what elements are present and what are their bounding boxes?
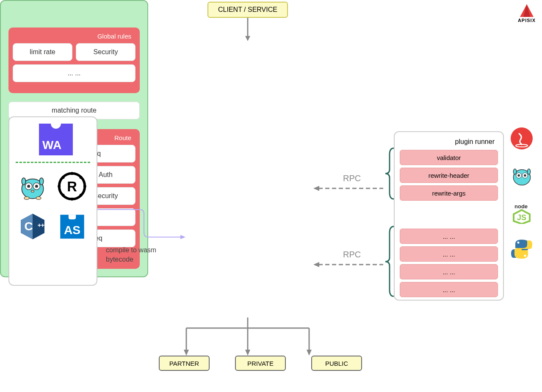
upstream-private: PRIVATE — [235, 356, 286, 371]
svg-text:node: node — [514, 203, 528, 210]
rpc-arrow-top — [313, 184, 387, 193]
svg-point-38 — [513, 169, 516, 174]
svg-point-5 — [22, 178, 25, 185]
global-rules-section: Global rules limit rate Security ... ... — [8, 28, 140, 93]
java-icon — [510, 127, 534, 150]
svg-marker-54 — [184, 350, 189, 356]
rust-icon: R — [57, 171, 87, 201]
go-runtime-icon — [510, 164, 534, 187]
svg-point-9 — [27, 185, 30, 188]
arrow-client-to-apisix — [243, 18, 252, 41]
svg-text:C: C — [25, 220, 33, 233]
apisix-logo: APISIX — [518, 4, 536, 23]
nodejs-icon: node JS — [510, 201, 534, 224]
dashed-divider — [16, 162, 90, 163]
runner-rewrite-args: rewrite-args — [400, 185, 498, 201]
runner-more-3: ... ... — [400, 264, 498, 279]
svg-marker-34 — [313, 262, 319, 267]
go-icon — [18, 171, 47, 201]
runner-validator: validator — [400, 150, 498, 165]
svg-point-15 — [71, 172, 74, 175]
svg-marker-1 — [245, 36, 250, 41]
svg-point-10 — [35, 185, 38, 188]
svg-marker-32 — [313, 186, 319, 191]
svg-point-22 — [62, 176, 65, 179]
upstream-partner: PARTNER — [159, 356, 210, 371]
client-service-label: CLIENT / SERVICE — [218, 6, 277, 14]
svg-point-11 — [31, 190, 34, 192]
svg-point-47 — [517, 242, 520, 244]
svg-point-19 — [71, 198, 74, 201]
rpc-label-bottom: RPC — [343, 250, 361, 259]
arrows-to-upstreams — [176, 317, 320, 356]
upstreams-row: PARTNER PRIVATE PUBLIC — [159, 356, 362, 371]
upstream-public: PUBLIC — [311, 356, 362, 371]
runner-more-4: ... ... — [400, 282, 498, 297]
global-rules-title: Global rules — [13, 32, 136, 43]
svg-point-42 — [517, 174, 520, 177]
wasm-panel: WA — [8, 116, 97, 286]
svg-text:R: R — [67, 179, 77, 194]
runner-more-2: ... ... — [400, 246, 498, 262]
svg-point-20 — [62, 194, 65, 197]
apisix-brand-text: APISIX — [518, 18, 536, 23]
svg-point-18 — [80, 194, 83, 197]
svg-point-43 — [524, 174, 526, 177]
svg-marker-55 — [245, 350, 250, 356]
runner-more-1: ... ... — [400, 229, 498, 244]
svg-text:JS: JS — [517, 213, 526, 222]
runner-rewrite-header: rewrite-header — [400, 168, 498, 183]
cpp-icon: C ++ — [18, 212, 47, 241]
runtime-icons: node JS — [510, 127, 534, 261]
svg-marker-30 — [180, 235, 185, 239]
rpc-label-top: RPC — [343, 174, 361, 183]
svg-text:AS: AS — [64, 223, 80, 236]
svg-point-13 — [36, 197, 41, 200]
compile-label: compile to wasm bytecode — [106, 246, 157, 265]
plugin-runner-title: plugin runner — [400, 137, 498, 150]
client-service-box: CLIENT / SERVICE — [207, 2, 288, 18]
svg-point-6 — [39, 178, 43, 185]
svg-point-12 — [24, 197, 29, 200]
apisix-logo-icon — [518, 4, 535, 18]
global-rule-more: ... ... — [13, 64, 136, 82]
assemblyscript-icon: AS — [57, 212, 87, 241]
plugin-runner-panel: plugin runner validator rewrite-header r… — [394, 131, 504, 301]
svg-marker-56 — [307, 350, 312, 356]
python-icon — [510, 237, 534, 261]
svg-point-17 — [83, 185, 86, 188]
svg-point-16 — [80, 176, 83, 179]
rpc-arrow-bottom — [313, 260, 387, 269]
svg-point-48 — [524, 255, 526, 257]
global-rule-security: Security — [76, 43, 136, 61]
svg-point-21 — [58, 185, 61, 188]
svg-text:++: ++ — [38, 222, 44, 229]
svg-point-39 — [527, 169, 530, 174]
webassembly-icon: WA — [39, 124, 73, 155]
global-rule-limit-rate: limit rate — [13, 43, 72, 61]
